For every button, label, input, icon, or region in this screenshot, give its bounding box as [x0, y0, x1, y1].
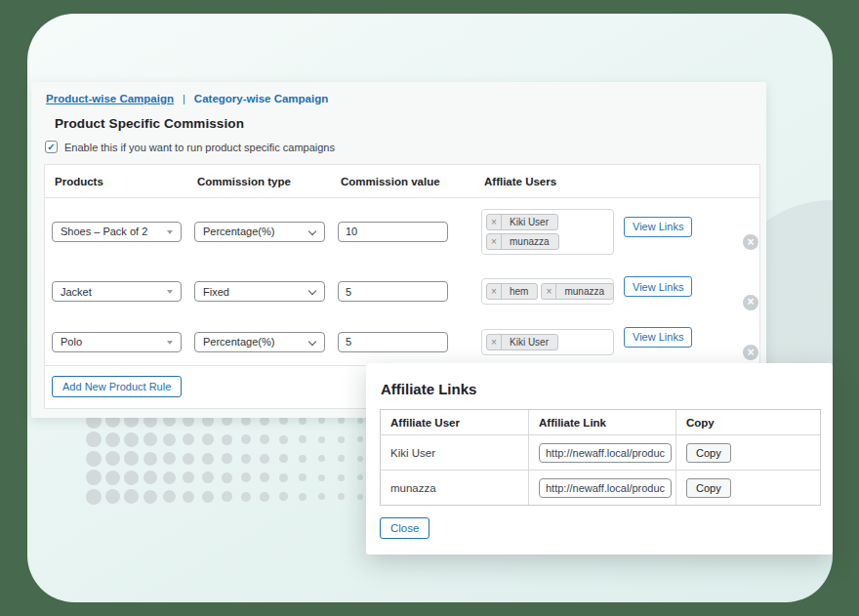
caret-down-icon: [167, 341, 173, 345]
enable-campaigns-row: Enable this if you want to run product s…: [44, 131, 760, 153]
commission-value-input[interactable]: [338, 222, 448, 242]
product-select-value: Shoes – Pack of 2: [61, 226, 147, 237]
affiliate-users-box[interactable]: × Kiki User × munazza: [481, 209, 614, 255]
screenshot-root: Product-wise Campaign | Category-wise Ca…: [0, 0, 859, 616]
product-select[interactable]: Shoes – Pack of 2: [52, 222, 182, 242]
chip-remove-icon[interactable]: ×: [542, 284, 556, 299]
col-header-affiliate-link: Affiliate Link: [528, 410, 675, 434]
affiliate-links-table: Affiliate User Affiliate Link Copy Kiki …: [380, 409, 821, 506]
affiliate-users-box[interactable]: × hem × munazza: [481, 278, 614, 305]
chevron-down-icon: [308, 337, 316, 345]
user-chip: × munazza: [486, 233, 559, 250]
tab-separator: |: [183, 93, 185, 104]
view-links-button[interactable]: View Links: [624, 276, 692, 297]
page-title: Product Specific Commission: [44, 104, 760, 131]
chip-remove-icon[interactable]: ×: [487, 234, 502, 249]
commission-type-value: Percentage(%): [203, 226, 274, 237]
campaign-tabs: Product-wise Campaign | Category-wise Ca…: [44, 90, 760, 104]
chevron-down-icon: [308, 226, 316, 234]
remove-row-button[interactable]: ×: [743, 345, 758, 360]
col-header-affiliate-user: Affiliate User: [381, 417, 528, 429]
close-modal-button[interactable]: Close: [380, 517, 430, 539]
caret-down-icon: [167, 290, 173, 294]
product-select[interactable]: Jacket: [52, 281, 182, 302]
chip-label: munazza: [502, 236, 558, 247]
commission-type-value: Fixed: [203, 286, 229, 298]
col-header-affiliate-users: Affliate Users: [481, 176, 624, 187]
add-new-product-rule-button[interactable]: Add New Product Rule: [52, 376, 182, 397]
enable-label: Enable this if you want to run product s…: [64, 142, 335, 153]
user-chip: × Kiki User: [486, 214, 558, 230]
affiliate-link-input[interactable]: [539, 443, 672, 463]
chip-label: hem: [502, 286, 537, 297]
remove-row-button[interactable]: ×: [743, 234, 758, 250]
chip-remove-icon[interactable]: ×: [487, 335, 502, 349]
commission-type-select[interactable]: Percentage(%): [194, 332, 325, 352]
chip-label: munazza: [556, 286, 613, 297]
enable-checkbox[interactable]: [45, 141, 58, 153]
commission-type-select[interactable]: Percentage(%): [194, 222, 325, 242]
affiliate-links-modal: Affiliate Links Affiliate User Affiliate…: [366, 363, 833, 554]
commission-value-input[interactable]: [338, 281, 448, 302]
chevron-down-icon: [308, 287, 316, 295]
col-header-copy: Copy: [675, 410, 820, 434]
table-row: Jacket Fixed × hem × munazza View Links …: [45, 265, 759, 318]
modal-title: Affiliate Links: [380, 377, 819, 409]
view-links-button[interactable]: View Links: [624, 217, 692, 237]
product-select-value: Polo: [61, 336, 82, 348]
affiliate-link-input[interactable]: [539, 478, 672, 498]
modal-table-row: munazza Copy: [381, 470, 820, 505]
commission-type-value: Percentage(%): [203, 336, 274, 348]
table-row: Shoes – Pack of 2 Percentage(%) × Kiki U…: [45, 198, 759, 265]
modal-table-header-row: Affiliate User Affiliate Link Copy: [381, 410, 820, 434]
remove-row-button[interactable]: ×: [743, 295, 758, 310]
tab-category-wise-campaign[interactable]: Category-wise Campaign: [194, 93, 328, 104]
col-header-commission-value: Commission value: [338, 176, 481, 187]
table-row: Polo Percentage(%) × Kiki User View Link…: [45, 318, 759, 365]
table-header-row: Products Commission type Commission valu…: [45, 165, 759, 198]
modal-table-row: Kiki User Copy: [381, 434, 820, 470]
product-select[interactable]: Polo: [52, 332, 182, 352]
col-header-commission-type: Commission type: [194, 176, 338, 187]
caret-down-icon: [167, 230, 173, 234]
chip-remove-icon[interactable]: ×: [487, 284, 502, 299]
user-chip: × hem: [486, 283, 538, 300]
copy-button[interactable]: Copy: [686, 443, 731, 463]
chip-label: Kiki User: [502, 217, 557, 227]
chip-label: Kiki User: [502, 337, 557, 348]
view-links-button[interactable]: View Links: [624, 327, 692, 348]
copy-button[interactable]: Copy: [686, 478, 731, 498]
tab-product-wise-campaign[interactable]: Product-wise Campaign: [46, 93, 174, 104]
commission-type-select[interactable]: Fixed: [194, 281, 325, 302]
commission-value-input[interactable]: [338, 332, 448, 352]
affiliate-user-name: Kiki User: [381, 447, 528, 459]
col-header-products: Products: [52, 176, 194, 187]
user-chip: × Kiki User: [486, 334, 558, 350]
affiliate-user-name: munazza: [381, 482, 528, 494]
product-select-value: Jacket: [61, 286, 92, 298]
user-chip: × munazza: [541, 283, 614, 300]
chip-remove-icon[interactable]: ×: [487, 215, 502, 229]
decor-dots: [84, 411, 389, 507]
affiliate-users-box[interactable]: × Kiki User: [481, 329, 614, 355]
